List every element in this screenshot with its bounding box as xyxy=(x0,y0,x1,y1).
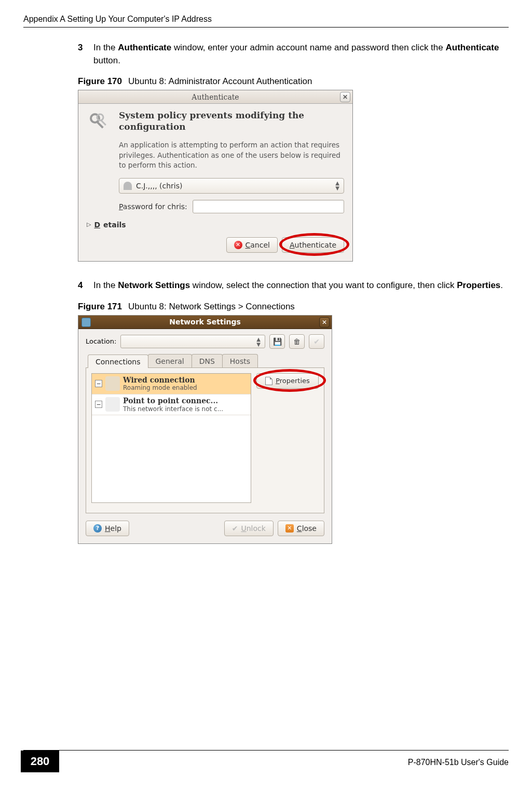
close-icon[interactable]: ✕ xyxy=(340,92,350,102)
modem-icon xyxy=(105,397,120,412)
details-expander[interactable]: ▷ Details xyxy=(87,221,344,229)
help-icon: ? xyxy=(93,524,102,533)
details-label-rest: etails xyxy=(103,221,126,229)
step-3-bold2: Authenticate xyxy=(445,43,499,52)
user-icon xyxy=(124,182,132,190)
connections-list[interactable]: − Wired connection Roaming mode enabled … xyxy=(91,373,251,503)
footer-rule xyxy=(23,750,509,751)
close-icon[interactable]: ✕ xyxy=(319,317,330,328)
password-label: Password for chris: xyxy=(119,202,187,211)
tab-general[interactable]: General xyxy=(148,354,192,367)
step-3-number: 3 xyxy=(78,42,93,67)
unlock-button[interactable]: ✔ Unlock xyxy=(224,521,274,536)
combo-arrows-icon: ▲▼ xyxy=(335,181,339,191)
step-4-pre: In the xyxy=(93,280,118,290)
ppp-subtitle: This network interface is not c... xyxy=(123,405,248,413)
figure-170-caption: Figure 170Ubuntu 8: Administrator Accoun… xyxy=(78,76,509,87)
header-rule xyxy=(23,27,509,28)
password-input[interactable] xyxy=(193,200,344,213)
running-header: Appendix A Setting Up Your Computer's IP… xyxy=(23,15,212,23)
step-4-number: 4 xyxy=(78,279,93,292)
delete-location-button[interactable]: 🗑 xyxy=(289,334,305,349)
combo-arrows-icon: ▲▼ xyxy=(256,337,261,347)
network-settings-title: Network Settings xyxy=(169,318,241,326)
figure-171-label: Figure 171 xyxy=(78,302,122,311)
connections-tab-page: − Wired connection Roaming mode enabled … xyxy=(86,368,324,513)
keys-icon xyxy=(87,110,112,135)
trash-icon: 🗑 xyxy=(293,337,301,346)
tab-dns[interactable]: DNS xyxy=(192,354,223,367)
floppy-icon: 💾 xyxy=(273,337,282,346)
authenticate-heading: System policy prevents modifying the con… xyxy=(119,110,344,135)
step-4-post: . xyxy=(500,280,503,290)
cancel-x-icon: ✕ xyxy=(234,241,242,249)
ppp-checkbox[interactable]: − xyxy=(95,401,102,408)
details-label-mnemonic: D xyxy=(94,221,100,229)
network-app-icon xyxy=(81,318,91,327)
authenticate-title: Authenticate xyxy=(192,93,239,101)
step-4-bold1: Network Settings xyxy=(118,280,190,290)
location-label: Location: xyxy=(86,337,116,345)
properties-doc-icon xyxy=(265,377,272,385)
step-3-pre: In the xyxy=(93,43,118,52)
user-select-combo[interactable]: C.J.,,,, (chris) ▲▼ xyxy=(119,178,344,194)
step-3: 3 In the Authenticate window, enter your… xyxy=(78,42,509,67)
network-settings-dialog: Network Settings ✕ Location: ▲▼ 💾 🗑 ✔ Co… xyxy=(78,315,332,544)
expander-triangle-icon: ▷ xyxy=(87,221,91,228)
step-4: 4 In the Network Settings window, select… xyxy=(78,279,509,292)
step-4-mid: window, select the connection that you w… xyxy=(190,280,457,290)
step-4-bold2: Properties xyxy=(457,280,500,290)
page-number: 280 xyxy=(21,751,59,772)
tab-hosts[interactable]: Hosts xyxy=(222,354,258,367)
wired-checkbox[interactable]: − xyxy=(95,380,102,387)
authenticate-description: An application is attempting to perform … xyxy=(119,140,344,171)
ethernet-icon xyxy=(105,376,120,391)
unlock-icon: ✔ xyxy=(232,524,238,533)
check-icon: ✔ xyxy=(313,337,320,346)
figure-171-caption: Figure 171Ubuntu 8: Network Settings > C… xyxy=(78,302,509,312)
location-combo[interactable]: ▲▼ xyxy=(120,335,265,348)
step-3-mid: window, enter your admin account name an… xyxy=(171,43,445,52)
tab-connections[interactable]: Connections xyxy=(88,354,148,368)
user-select-value: C.J.,,,, (chris) xyxy=(136,182,183,190)
figure-171-title: Ubuntu 8: Network Settings > Connections xyxy=(128,302,295,311)
authenticate-button[interactable]: Authenticate xyxy=(282,237,344,253)
network-settings-titlebar[interactable]: Network Settings ✕ xyxy=(78,316,332,329)
ppp-title: Point to point connec... xyxy=(123,397,248,405)
figure-170-title: Ubuntu 8: Administrator Account Authenti… xyxy=(128,76,312,86)
figure-170-label: Figure 170 xyxy=(78,76,122,86)
wired-subtitle: Roaming mode enabled xyxy=(123,384,248,391)
close-x-icon: ✕ xyxy=(285,524,294,533)
cancel-button[interactable]: ✕ Cancel xyxy=(226,237,278,253)
connection-item-ppp[interactable]: − Point to point connec... This network … xyxy=(92,394,251,415)
tab-bar: Connections General DNS Hosts xyxy=(86,354,324,368)
close-button[interactable]: ✕ Close xyxy=(278,521,324,536)
wired-title: Wired connection xyxy=(123,376,248,385)
step-3-text: In the Authenticate window, enter your a… xyxy=(93,42,509,67)
footer-guide-name: P-870HN-51b User's Guide xyxy=(408,758,509,767)
save-location-button[interactable]: 💾 xyxy=(269,334,285,349)
apply-location-button[interactable]: ✔ xyxy=(309,334,324,349)
password-label-mnemonic: P xyxy=(119,202,123,211)
connection-item-wired[interactable]: − Wired connection Roaming mode enabled xyxy=(92,374,251,394)
authenticate-dialog: Authenticate ✕ System policy prevents mo… xyxy=(78,90,353,262)
properties-button[interactable]: Properties xyxy=(256,373,319,389)
step-3-post: button. xyxy=(93,56,120,65)
help-button[interactable]: ? Help xyxy=(86,521,129,536)
step-4-text: In the Network Settings window, select t… xyxy=(93,279,509,292)
password-label-rest: assword for chris: xyxy=(123,202,187,211)
authenticate-titlebar[interactable]: Authenticate ✕ xyxy=(78,90,352,104)
step-3-bold1: Authenticate xyxy=(118,43,171,52)
